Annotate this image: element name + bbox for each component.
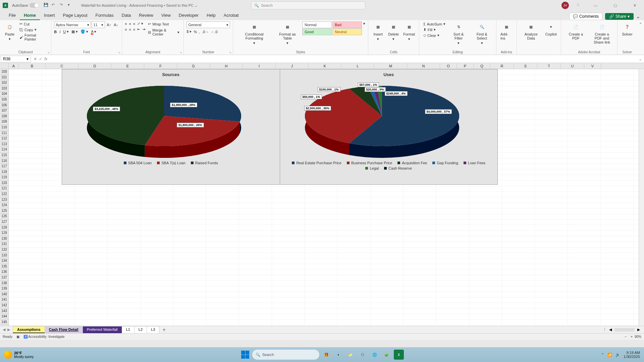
coming-soon-icon[interactable]: ♢	[576, 3, 582, 8]
column-header[interactable]: P	[457, 63, 474, 69]
tab-insert[interactable]: Insert	[40, 11, 59, 20]
formula-input[interactable]	[49, 58, 637, 60]
sheet-tab-preferred-waterfall[interactable]: Preferred Waterfall	[83, 326, 122, 333]
comma-format-icon[interactable]: ,	[199, 30, 200, 34]
accounting-format-icon[interactable]: $ ▾	[186, 29, 192, 34]
row-header[interactable]: 105	[0, 97, 8, 103]
document-title[interactable]: Waterfall for Assisted Living - Advanced…	[81, 3, 198, 8]
close-button[interactable]: ✕	[628, 1, 641, 10]
row-header[interactable]: 115	[0, 153, 8, 158]
copilot-button[interactable]: ✦Copilot	[544, 21, 558, 37]
column-header[interactable]: D	[78, 63, 111, 69]
zoom-level[interactable]: 90%	[635, 335, 641, 339]
row-header[interactable]: 121	[0, 186, 8, 191]
font-name-combo[interactable]: Aptos Narrow▾	[54, 21, 91, 28]
wrap-text-button[interactable]: ↩Wrap Text	[147, 21, 181, 26]
tab-acrobat[interactable]: Acrobat	[220, 11, 243, 20]
decrease-decimal-icon[interactable]: ←.0	[211, 30, 217, 34]
copy-button[interactable]: ⿻Copy ▾	[18, 27, 48, 32]
row-header[interactable]: 111	[0, 130, 8, 136]
row-header[interactable]: 135	[0, 264, 8, 269]
align-center-icon[interactable]: ≡	[129, 27, 131, 32]
align-bottom-icon[interactable]: ≡	[133, 22, 135, 26]
find-select-button[interactable]: 🔍Find & Select ▾	[470, 21, 493, 46]
number-format-combo[interactable]: General▾	[186, 21, 230, 28]
row-header[interactable]: 112	[0, 136, 8, 141]
cell-styles-more-icon[interactable]: ▾	[363, 21, 365, 26]
delete-cells-button[interactable]: ▦Delete ▾	[386, 21, 400, 42]
cut-button[interactable]: ✂Cut	[18, 21, 48, 26]
row-header[interactable]: 101	[0, 75, 8, 80]
tab-formulas[interactable]: Formulas	[92, 11, 118, 20]
select-all-button[interactable]	[0, 63, 9, 69]
sheet-tab-l2[interactable]: L2	[134, 326, 147, 333]
sheet-tab-cash-flow-detail[interactable]: Cash Flow Detail	[45, 326, 83, 333]
cell-style-normal[interactable]: Normal	[302, 21, 332, 28]
align-top-icon[interactable]: ≡	[125, 22, 127, 26]
cell-style-good[interactable]: Good	[302, 28, 332, 35]
ribbon-display-options-icon[interactable]: ⌄	[636, 14, 640, 19]
taskbar-file-explorer[interactable]: 📁	[345, 350, 356, 360]
collapse-ribbon-icon[interactable]: ⌃	[637, 20, 644, 55]
addins-button[interactable]: ▦Add-ins	[499, 21, 514, 41]
row-header[interactable]: 140	[0, 292, 8, 297]
tab-view[interactable]: View	[157, 11, 175, 20]
row-header[interactable]: 103	[0, 86, 8, 92]
redo-icon[interactable]: ↷	[60, 3, 65, 8]
row-header[interactable]: 137	[0, 275, 8, 281]
row-header[interactable]: 118	[0, 169, 8, 175]
column-header[interactable]: F	[144, 63, 177, 69]
merge-center-button[interactable]: ⊟Merge & Center ▾	[147, 28, 181, 37]
row-header[interactable]: 117	[0, 164, 8, 169]
row-header[interactable]: 130	[0, 236, 8, 242]
column-header[interactable]: Q	[474, 63, 490, 69]
comments-button[interactable]: 💬 Comments	[569, 13, 602, 20]
italic-button[interactable]: I	[59, 30, 60, 34]
font-size-combo[interactable]: 11▾	[92, 21, 105, 28]
zoom-out-button[interactable]: −	[625, 335, 627, 339]
format-painter-button[interactable]: 🖌Format Painter	[18, 33, 48, 42]
horizontal-scrollbar[interactable]	[614, 328, 635, 331]
column-header[interactable]: J	[276, 63, 309, 69]
cancel-formula-icon[interactable]: ✕	[34, 57, 37, 61]
column-header[interactable]: T	[537, 63, 561, 69]
name-box[interactable]: R38▾	[1, 56, 31, 62]
sheet-nav-prev-icon[interactable]: ◀	[3, 327, 5, 332]
tray-volume-icon[interactable]: 🔊	[615, 353, 620, 357]
row-header[interactable]: 109	[0, 119, 8, 125]
taskbar-search[interactable]: 🔍 Search	[252, 350, 319, 360]
row-header[interactable]: 107	[0, 108, 8, 114]
column-header[interactable]: N	[407, 63, 440, 69]
row-header[interactable]: 110	[0, 125, 8, 130]
taskbar-app-2[interactable]: ▪	[333, 350, 343, 360]
taskbar-clock[interactable]: 8:18 AM 1/30/2025	[624, 351, 640, 359]
fill-color-button[interactable]: 🪣 ▾	[80, 29, 88, 34]
sheet-tab-l1[interactable]: L1	[122, 326, 135, 333]
align-middle-icon[interactable]: ≡	[129, 22, 131, 26]
underline-button[interactable]: U ▾	[63, 29, 69, 34]
accessibility-status[interactable]: ♿ Accessibility: Investigate	[23, 335, 65, 339]
chart-sources[interactable]: Sources $1,950,000 , 28%$1,800,000 , 26%…	[62, 69, 280, 184]
maximize-button[interactable]: ▢	[608, 1, 622, 10]
taskbar-opera[interactable]: O	[358, 350, 368, 360]
taskbar-excel[interactable]: X	[394, 350, 404, 360]
format-as-table-button[interactable]: ▦Format as Table ▾	[274, 21, 301, 46]
chart-container[interactable]: Sources $1,950,000 , 28%$1,800,000 , 26%…	[62, 69, 498, 185]
row-header[interactable]: 127	[0, 219, 8, 225]
worksheet-grid[interactable]: 1001011021031041051061071081091101111121…	[0, 69, 644, 326]
tab-file[interactable]: File	[5, 11, 20, 20]
row-header[interactable]: 102	[0, 80, 8, 86]
align-right-icon[interactable]: ≡	[133, 27, 135, 32]
row-header[interactable]: 119	[0, 175, 8, 180]
row-header[interactable]: 123	[0, 197, 8, 203]
row-header[interactable]: 129	[0, 230, 8, 236]
vertical-scrollbar[interactable]	[639, 69, 644, 326]
autosum-button[interactable]: ΣAutoSum ▾	[422, 21, 447, 26]
autosave-toggle[interactable]: AutoSave Off	[12, 3, 39, 8]
column-header[interactable]: G	[177, 63, 210, 69]
clear-button[interactable]: ◇Clear ▾	[422, 33, 447, 38]
tab-help[interactable]: Help	[203, 11, 220, 20]
row-header[interactable]: 136	[0, 269, 8, 275]
toggle-switch[interactable]: Off	[30, 3, 39, 8]
number-launcher-icon[interactable]: ↘	[229, 51, 231, 54]
